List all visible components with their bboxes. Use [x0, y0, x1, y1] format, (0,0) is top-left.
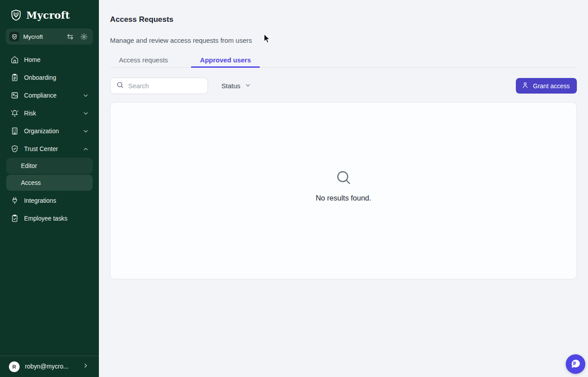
sidebar-item-label: Access — [21, 180, 41, 186]
sidebar-item-label: Integrations — [24, 197, 89, 204]
chat-bubble-icon — [570, 358, 581, 371]
chevron-down-icon — [82, 110, 89, 117]
sidebar-item-organization[interactable]: Organization — [0, 122, 99, 140]
empty-state-message: No results found. — [316, 194, 372, 202]
brand-logo: Mycroft — [0, 0, 99, 27]
sidebar: Mycroft Mycroft — [0, 0, 99, 377]
sidebar-item-label: Onboarding — [24, 74, 89, 81]
user-email: robyn@mycro... — [25, 363, 77, 370]
main-content: Access Requests Manage and review access… — [99, 0, 588, 377]
sidebar-item-label: Compliance — [24, 92, 77, 99]
tab-access-requests[interactable]: Access requests — [110, 53, 177, 68]
compliance-badge-icon — [11, 91, 19, 99]
sidebar-item-label: Employee tasks — [24, 215, 89, 222]
tab-bar: Access requests Approved users — [110, 53, 577, 68]
user-account-button[interactable]: R robyn@mycro... — [0, 356, 99, 377]
sidebar-item-label: Risk — [24, 110, 77, 117]
grant-access-button[interactable]: Grant access — [516, 78, 577, 94]
empty-search-icon — [335, 169, 352, 188]
status-filter-dropdown[interactable]: Status — [221, 82, 251, 90]
grant-access-label: Grant access — [533, 82, 570, 90]
avatar: R — [9, 361, 20, 372]
tab-approved-users[interactable]: Approved users — [191, 53, 260, 68]
plug-icon — [11, 197, 19, 205]
brand-name: Mycroft — [26, 9, 70, 21]
workspace-settings-icon[interactable] — [80, 33, 88, 41]
switch-workspace-icon[interactable] — [66, 33, 74, 41]
bell-alert-icon — [11, 109, 19, 117]
home-icon — [11, 56, 19, 64]
sidebar-item-label: Editor — [21, 163, 37, 169]
sidebar-subitem-access[interactable]: Access — [6, 175, 93, 191]
empty-state: No results found. — [316, 169, 372, 202]
workspace-name: Mycroft — [23, 33, 66, 40]
chevron-down-icon — [82, 128, 89, 135]
page-title: Access Requests — [110, 15, 577, 24]
sidebar-item-risk[interactable]: Risk — [0, 104, 99, 122]
sidebar-item-compliance[interactable]: Compliance — [0, 86, 99, 104]
sidebar-item-integrations[interactable]: Integrations — [0, 192, 99, 209]
controls-row: Status Grant access — [110, 78, 577, 94]
workspace-selector[interactable]: Mycroft — [6, 29, 93, 45]
sidebar-item-home[interactable]: Home — [0, 51, 99, 69]
chat-widget-button[interactable] — [566, 354, 585, 374]
clipboard-check-icon — [11, 214, 19, 222]
results-card: No results found. — [110, 102, 577, 279]
chevron-down-icon — [82, 92, 89, 99]
sidebar-spacer — [0, 227, 99, 356]
status-filter-label: Status — [221, 82, 241, 90]
shield-check-icon — [11, 145, 19, 153]
search-box[interactable] — [110, 78, 208, 94]
sidebar-item-label: Trust Center — [24, 146, 77, 152]
chevron-right-icon — [82, 362, 89, 371]
search-input[interactable] — [128, 82, 212, 90]
clipboard-list-icon — [11, 74, 19, 82]
building-icon — [11, 127, 19, 135]
workspace-shield-icon — [9, 32, 19, 41]
sidebar-item-employee-tasks[interactable]: Employee tasks — [0, 209, 99, 227]
chevron-down-icon — [245, 82, 251, 90]
page-subtitle: Manage and review access requests from u… — [110, 37, 577, 44]
sidebar-item-label: Home — [24, 57, 89, 63]
search-icon — [116, 81, 124, 90]
sidebar-item-label: Organization — [24, 128, 77, 135]
sidebar-item-onboarding[interactable]: Onboarding — [0, 69, 99, 86]
sidebar-subitem-editor[interactable]: Editor — [6, 158, 93, 174]
chevron-up-icon — [82, 146, 89, 152]
sidebar-item-trust-center[interactable]: Trust Center — [0, 140, 99, 158]
user-icon — [522, 82, 529, 90]
sidebar-nav: Home Onboarding Compliance — [0, 51, 99, 227]
mycroft-shield-icon — [10, 9, 22, 21]
